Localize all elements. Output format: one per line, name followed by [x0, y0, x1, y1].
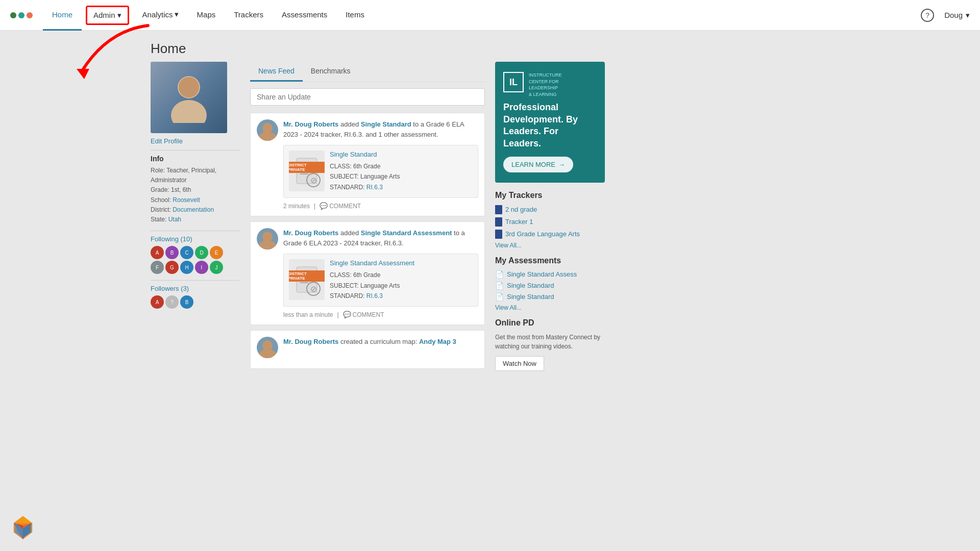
comment-button[interactable]: 💬 COMMENT	[320, 202, 361, 210]
feed-item: Mr. Doug Roberts created a curriculum ma…	[250, 330, 485, 369]
watch-now-button[interactable]: Watch Now	[495, 356, 544, 371]
tab-benchmarks[interactable]: Benchmarks	[303, 62, 359, 82]
tracker-name: 3rd Grade Language Arts	[505, 230, 580, 238]
district-link[interactable]: Documentation	[173, 206, 214, 213]
svg-point-17	[258, 349, 277, 358]
document-icon: 📄	[495, 282, 504, 290]
feed-item: Mr. Doug Roberts added Single Standard A…	[250, 221, 485, 325]
standard-title[interactable]: Single Standard Assessment	[330, 259, 414, 267]
avatar[interactable]: H	[180, 261, 193, 274]
nav-assessments[interactable]: Assessments	[273, 0, 336, 31]
tracker-icon	[495, 217, 502, 227]
user-name: Doug	[944, 11, 963, 19]
avatar[interactable]: B	[165, 246, 179, 259]
nav-home[interactable]: Home	[43, 0, 82, 31]
avatar[interactable]: E	[210, 246, 223, 259]
standard-info: Single Standard CLASS: 6th Grade SUBJECT…	[330, 151, 400, 192]
standard-line: STANDARD: RI.6.3	[330, 291, 414, 301]
tracker-name: Tracker 1	[505, 218, 533, 226]
feed-author[interactable]: Mr. Doug Roberts	[283, 120, 338, 128]
feed-time: 2 minutes	[283, 203, 310, 210]
state-link[interactable]: Utah	[168, 216, 181, 223]
edit-profile-link[interactable]: Edit Profile	[151, 137, 240, 145]
promo-banner: IL INSTRUCTURE CENTER FOR LEADERSHIP & L…	[495, 62, 605, 183]
nav-admin[interactable]: Admin ▾	[86, 6, 129, 25]
info-state: State: Utah	[151, 215, 240, 224]
assessment-name: Single Standard Assess	[507, 270, 577, 278]
view-all-trackers[interactable]: View All...	[495, 242, 605, 249]
feed-time: less than a minute	[283, 311, 333, 318]
info-grade: Grade: 1st, 6th	[151, 185, 240, 195]
online-pd-title: Online PD	[495, 318, 605, 328]
nav-items[interactable]: Items	[336, 0, 374, 31]
assessment-item[interactable]: 📄 Single Standard	[495, 293, 605, 301]
feed-author[interactable]: Mr. Doug Roberts	[283, 338, 338, 345]
tab-news-feed[interactable]: News Feed	[250, 62, 303, 82]
comment-icon: 💬	[343, 311, 351, 318]
feed-avatar	[257, 119, 278, 141]
school-link[interactable]: Roosevelt	[173, 196, 200, 204]
avatar: ?	[165, 295, 179, 309]
standard-link[interactable]: RI.6.3	[366, 292, 383, 299]
standard-icon: DISTRICT PRIVATE ⊘	[289, 151, 325, 191]
tracker-icon	[495, 230, 502, 239]
feed-author[interactable]: Mr. Doug Roberts	[283, 229, 338, 237]
avatar[interactable]: G	[165, 261, 179, 274]
nav-analytics[interactable]: Analytics ▾	[133, 0, 188, 31]
assessments-list: 📄 Single Standard Assess 📄 Single Standa…	[495, 270, 605, 301]
help-button[interactable]: ?	[921, 9, 934, 22]
feed-action-link[interactable]: Andy Map 3	[419, 338, 456, 345]
district-private-badge: DISTRICT PRIVATE	[289, 162, 325, 173]
app-icon	[10, 514, 36, 541]
info-section: Info Role: Teacher, Principal, Administr…	[151, 155, 240, 224]
avatar[interactable]: I	[195, 261, 208, 274]
center-feed: News Feed Benchmarks Mr. Doug Roberts ad…	[250, 62, 485, 374]
feed-action-link[interactable]: Single Standard	[361, 120, 411, 128]
avatar[interactable]: C	[180, 246, 193, 259]
standard-link[interactable]: RI.6.3	[366, 184, 383, 191]
tracker-icon	[495, 205, 502, 214]
learn-more-button[interactable]: LEARN MORE →	[503, 157, 573, 172]
nav-trackers[interactable]: Trackers	[225, 0, 273, 31]
user-menu[interactable]: Doug ▾	[944, 11, 970, 20]
district-private-badge: DISTRICT PRIVATE	[289, 270, 325, 282]
logo-dot-orange	[27, 12, 33, 18]
feed-item-header: Mr. Doug Roberts added Single Standard t…	[257, 119, 478, 141]
nav-maps[interactable]: Maps	[188, 0, 225, 31]
feed-action-link[interactable]: Single Standard Assessment	[361, 229, 452, 237]
followers-title[interactable]: Followers (3)	[151, 285, 240, 292]
navbar: Home Admin ▾ Analytics ▾ Maps Trackers A…	[0, 0, 980, 31]
tracker-item[interactable]: Tracker 1	[495, 217, 605, 227]
svg-point-2	[171, 100, 207, 123]
tracker-item[interactable]: 3rd Grade Language Arts	[495, 230, 605, 239]
avatar[interactable]: A	[151, 295, 164, 309]
standard-title[interactable]: Single Standard	[330, 151, 400, 158]
share-input[interactable]	[250, 88, 485, 106]
nav-right: ? Doug ▾	[921, 9, 970, 22]
feed-item-header: Mr. Doug Roberts created a curriculum ma…	[257, 337, 478, 358]
avatar[interactable]: F	[151, 261, 164, 274]
tracker-item[interactable]: 2 nd grade	[495, 205, 605, 214]
comment-button[interactable]: 💬 COMMENT	[343, 311, 384, 318]
assessment-name: Single Standard	[507, 293, 554, 300]
nav-links: Home Admin ▾ Analytics ▾ Maps Trackers A…	[43, 0, 921, 31]
avatar[interactable]: A	[151, 246, 164, 259]
avatar[interactable]: B	[180, 295, 193, 309]
tracker-name: 2 nd grade	[505, 206, 537, 213]
view-all-assessments[interactable]: View All...	[495, 304, 605, 311]
left-sidebar: Edit Profile Info Role: Teacher, Princip…	[151, 62, 240, 374]
feed-avatar	[257, 228, 278, 249]
profile-photo	[151, 62, 227, 133]
avatar[interactable]: J	[210, 261, 223, 274]
followers-avatars: A ? B	[151, 295, 232, 309]
assessments-title: My Assessments	[495, 256, 605, 265]
chevron-down-icon: ▾	[117, 11, 121, 20]
following-title[interactable]: Following (10)	[151, 235, 240, 243]
main-content: Edit Profile Info Role: Teacher, Princip…	[0, 62, 980, 384]
assessment-item[interactable]: 📄 Single Standard	[495, 282, 605, 290]
avatar[interactable]: D	[195, 246, 208, 259]
info-role: Role: Teacher, Principal, Administrator	[151, 166, 240, 185]
assessment-name: Single Standard	[507, 282, 554, 289]
logo	[10, 12, 33, 18]
assessment-item[interactable]: 📄 Single Standard Assess	[495, 270, 605, 279]
